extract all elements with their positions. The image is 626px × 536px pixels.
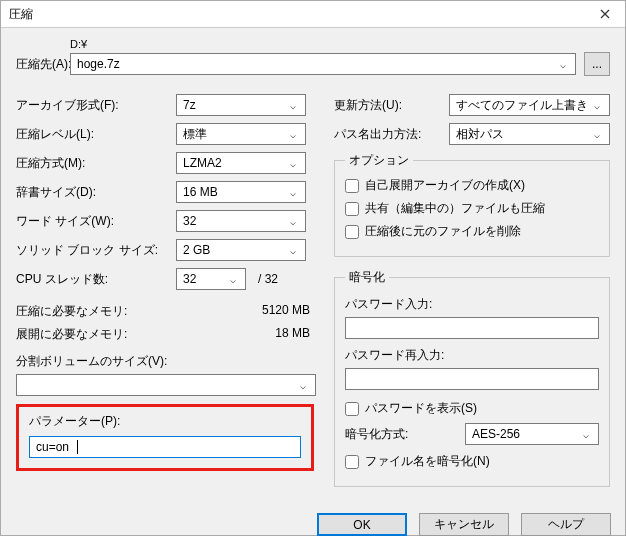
mem-decompress-value: 18 MB [275,326,310,343]
dest-label: 圧縮先(A): [16,56,62,73]
chevron-down-icon: ⌵ [225,274,241,285]
update-label: 更新方法(U): [334,97,449,114]
chevron-down-icon: ⌵ [589,100,605,111]
compress-dialog: 圧縮 D:¥ 圧縮先(A): hoge.7z ⌵ ... アーカイブ形式( [0,0,626,536]
chevron-down-icon: ⌵ [295,380,311,391]
solid-label: ソリッド ブロック サイズ: [16,242,176,259]
browse-label: ... [592,57,602,71]
solid-combo[interactable]: 2 GB ⌵ [176,239,306,261]
cpu-total: / 32 [258,272,278,286]
delete-label: 圧縮後に元のファイルを削除 [365,223,521,240]
dest-drive: D:¥ [70,38,610,50]
method-label: 圧縮方式(M): [16,155,176,172]
parameter-label: パラメーター(P): [29,413,301,430]
encryption-legend: 暗号化 [345,269,389,286]
enc-method-label: 暗号化方式: [345,426,455,443]
chevron-down-icon: ⌵ [285,216,301,227]
mem-compress-label: 圧縮に必要なメモリ: [16,303,127,320]
options-legend: オプション [345,152,413,169]
columns: アーカイブ形式(F): 7z ⌵ 圧縮レベル(L): 標準 ⌵ 圧縮方式(M): [16,94,610,499]
mem-decompress-row: 展開に必要なメモリ: 18 MB [16,326,316,343]
mem-compress-value: 5120 MB [262,303,310,320]
parameter-input[interactable] [34,439,76,455]
help-button[interactable]: ヘルプ [521,513,611,536]
parameter-input-wrap[interactable] [29,436,301,458]
format-label: アーカイブ形式(F): [16,97,176,114]
mem-decompress-label: 展開に必要なメモリ: [16,326,127,343]
volume-section: 分割ボリュームのサイズ(V): ⌵ [16,353,316,396]
pathmode-label: パス名出力方法: [334,126,449,143]
format-combo[interactable]: 7z ⌵ [176,94,306,116]
password-input[interactable] [345,317,599,339]
chevron-down-icon: ⌵ [285,129,301,140]
enc-method-combo[interactable]: AES-256 ⌵ [465,423,599,445]
encrypt-names-label: ファイル名を暗号化(N) [365,453,490,470]
close-icon [600,9,610,19]
password2-input[interactable] [345,368,599,390]
pathmode-combo[interactable]: 相対パス ⌵ [449,123,610,145]
show-password-checkbox[interactable] [345,402,359,416]
volume-combo[interactable]: ⌵ [16,374,316,396]
show-password-label: パスワードを表示(S) [365,400,477,417]
shared-checkbox[interactable] [345,202,359,216]
parameter-group: パラメーター(P): [16,404,314,471]
method-combo[interactable]: LZMA2 ⌵ [176,152,306,174]
chevron-down-icon: ⌵ [578,429,594,440]
options-fieldset: オプション 自己展開アーカイブの作成(X) 共有（編集中の）ファイルも圧縮 圧縮… [334,152,610,257]
chevron-down-icon: ⌵ [285,100,301,111]
chevron-down-icon: ⌵ [285,187,301,198]
dest-filename-combo[interactable]: hoge.7z ⌵ [70,53,576,75]
chevron-down-icon: ⌵ [285,245,301,256]
sfx-label: 自己展開アーカイブの作成(X) [365,177,525,194]
cpu-label: CPU スレッド数: [16,271,176,288]
level-combo[interactable]: 標準 ⌵ [176,123,306,145]
word-label: ワード サイズ(W): [16,213,176,230]
dest-filename: hoge.7z [77,57,120,71]
left-column: アーカイブ形式(F): 7z ⌵ 圧縮レベル(L): 標準 ⌵ 圧縮方式(M): [16,94,316,499]
dest-section: D:¥ 圧縮先(A): hoge.7z ⌵ ... [16,38,610,94]
volume-label: 分割ボリュームのサイズ(V): [16,353,316,370]
word-combo[interactable]: 32 ⌵ [176,210,306,232]
chevron-down-icon: ⌵ [555,59,571,70]
password2-label: パスワード再入力: [345,347,599,364]
dict-label: 辞書サイズ(D): [16,184,176,201]
password-label: パスワード入力: [345,296,599,313]
text-caret [77,440,78,454]
cancel-button[interactable]: キャンセル [419,513,509,536]
mem-compress-row: 圧縮に必要なメモリ: 5120 MB [16,303,316,320]
chevron-down-icon: ⌵ [285,158,301,169]
delete-checkbox[interactable] [345,225,359,239]
window-title: 圧縮 [9,6,33,23]
close-button[interactable] [585,1,625,27]
chevron-down-icon: ⌵ [589,129,605,140]
level-label: 圧縮レベル(L): [16,126,176,143]
dialog-content: D:¥ 圧縮先(A): hoge.7z ⌵ ... アーカイブ形式(F): 7z [1,28,625,499]
ok-button[interactable]: OK [317,513,407,536]
shared-label: 共有（編集中の）ファイルも圧縮 [365,200,545,217]
right-column: 更新方法(U): すべてのファイル上書き ⌵ パス名出力方法: 相対パス ⌵ オ… [334,94,610,499]
cpu-combo[interactable]: 32 ⌵ [176,268,246,290]
update-combo[interactable]: すべてのファイル上書き ⌵ [449,94,610,116]
dict-combo[interactable]: 16 MB ⌵ [176,181,306,203]
sfx-checkbox[interactable] [345,179,359,193]
encryption-fieldset: 暗号化 パスワード入力: パスワード再入力: パスワードを表示(S) 暗号化方式… [334,269,610,487]
encrypt-names-checkbox[interactable] [345,455,359,469]
button-bar: OK キャンセル ヘルプ [1,499,625,536]
titlebar: 圧縮 [1,1,625,28]
browse-button[interactable]: ... [584,52,610,76]
